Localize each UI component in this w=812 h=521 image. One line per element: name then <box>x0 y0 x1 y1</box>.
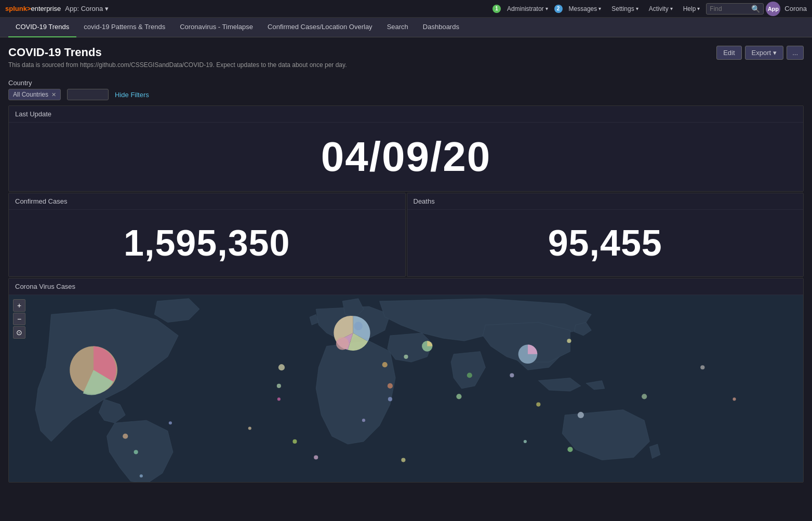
top-nav: splunk>enterprise App: Corona ▾ 1 Admini… <box>0 0 812 18</box>
panels-area: Last Update 04/09/20 Confirmed Cases 1,5… <box>8 105 804 483</box>
filter-row: All Countries ✕ Hide Filters <box>8 89 804 100</box>
last-update-header: Last Update <box>9 106 803 123</box>
settings-button[interactable]: Settings ▾ <box>607 3 642 15</box>
stats-row: Confirmed Cases 1,595,350 Deaths 95,455 <box>8 193 804 277</box>
tab-dashboards[interactable]: Dashboards <box>416 18 467 37</box>
svg-point-4 <box>336 337 349 350</box>
app-name[interactable]: App: Corona ▾ <box>65 5 109 12</box>
export-chevron-icon: ▾ <box>773 49 777 57</box>
map-zoom-in-button[interactable]: + <box>13 299 25 312</box>
svg-point-28 <box>733 397 736 400</box>
tab-confirmed-cases[interactable]: Confirmed Cases/Location Overlay <box>260 18 380 37</box>
map-controls: + − ⊙ <box>13 299 25 339</box>
help-chevron-icon: ▾ <box>697 6 700 11</box>
map-header: Corona Virus Cases <box>9 278 803 295</box>
map-panel: Corona Virus Cases + − ⊙ <box>8 278 804 483</box>
tab-search[interactable]: Search <box>380 18 416 37</box>
edit-button[interactable]: Edit <box>716 46 741 60</box>
activity-button[interactable]: Activity ▾ <box>645 3 677 15</box>
svg-point-13 <box>388 383 393 389</box>
svg-point-14 <box>388 397 392 401</box>
page-title: COVID-19 Trends <box>8 46 347 59</box>
page-subtitle: This data is sourced from https://github… <box>8 61 347 69</box>
svg-point-23 <box>140 474 143 477</box>
top-nav-right: 1 Administrator ▾ 2 Messages ▾ Settings … <box>492 2 807 16</box>
svg-point-8 <box>404 355 408 359</box>
hide-filters-link[interactable]: Hide Filters <box>115 91 149 99</box>
settings-chevron-icon: ▾ <box>636 6 638 11</box>
svg-point-16 <box>536 403 540 407</box>
page-content: COVID-19 Trends This data is sourced fro… <box>0 37 812 491</box>
activity-chevron-icon: ▾ <box>670 6 673 11</box>
messages-button[interactable]: Messages ▾ <box>565 3 606 15</box>
tab-covid19-trends[interactable]: COVID-19 Trends <box>8 18 76 37</box>
secondary-nav: COVID-19 Trends covid-19 Patterns & Tren… <box>0 18 812 37</box>
svg-point-22 <box>314 455 318 459</box>
more-button[interactable]: ... <box>787 46 804 60</box>
export-button[interactable]: Export ▾ <box>745 46 784 60</box>
admin-badge: 1 <box>492 5 501 13</box>
messages-badge: 2 <box>554 5 563 13</box>
tab-timelapse[interactable]: Coronavirus - Timelapse <box>172 18 260 37</box>
svg-point-7 <box>382 362 388 367</box>
last-update-body: 04/09/20 <box>9 123 803 191</box>
svg-point-18 <box>123 434 128 439</box>
filter-tag-label: All Countries <box>13 91 48 98</box>
deaths-panel: Deaths 95,455 <box>407 193 804 277</box>
filter-tag-close-icon[interactable]: ✕ <box>51 91 56 98</box>
find-input[interactable] <box>710 5 751 12</box>
admin-button[interactable]: Administrator ▾ <box>503 3 552 15</box>
svg-point-20 <box>277 397 281 400</box>
tab-covid19-patterns[interactable]: covid-19 Patterns & Trends <box>76 18 172 37</box>
map-container: + − ⊙ <box>9 295 803 482</box>
admin-chevron-icon: ▾ <box>545 6 548 11</box>
svg-point-31 <box>362 419 365 422</box>
svg-point-19 <box>134 450 138 454</box>
svg-point-6 <box>354 322 363 330</box>
svg-point-27 <box>642 394 647 399</box>
title-actions: Edit Export ▾ ... <box>716 46 804 60</box>
search-icon: 🔍 <box>751 5 760 13</box>
svg-point-10 <box>510 373 514 377</box>
title-row: COVID-19 Trends This data is sourced fro… <box>8 46 804 75</box>
svg-point-25 <box>567 447 573 452</box>
find-box: 🔍 <box>706 3 764 15</box>
svg-point-21 <box>292 439 297 444</box>
svg-point-24 <box>401 458 405 462</box>
map-reset-button[interactable]: ⊙ <box>13 326 25 339</box>
messages-chevron-icon: ▾ <box>598 6 601 11</box>
svg-point-29 <box>169 421 172 424</box>
deaths-header: Deaths <box>407 193 804 210</box>
svg-point-32 <box>524 440 527 443</box>
confirmed-cases-header: Confirmed Cases <box>9 193 405 210</box>
svg-point-30 <box>248 426 251 430</box>
filter-input[interactable] <box>67 89 109 100</box>
help-button[interactable]: Help ▾ <box>679 3 704 15</box>
svg-point-12 <box>277 384 281 388</box>
map-zoom-out-button[interactable]: − <box>13 313 25 325</box>
splunk-logo: splunk>enterprise <box>5 5 61 12</box>
filter-tag-all-countries: All Countries ✕ <box>8 89 61 100</box>
svg-point-17 <box>578 412 584 418</box>
confirmed-cases-panel: Confirmed Cases 1,595,350 <box>8 193 406 277</box>
svg-point-11 <box>278 364 285 370</box>
svg-point-33 <box>567 339 571 343</box>
deaths-value: 95,455 <box>407 210 804 276</box>
username-label: Corona <box>784 5 807 12</box>
svg-point-26 <box>700 365 704 369</box>
title-block: COVID-19 Trends This data is sourced fro… <box>8 46 347 75</box>
user-avatar: App <box>766 2 780 16</box>
world-map <box>9 295 803 482</box>
last-update-panel: Last Update 04/09/20 <box>8 105 804 192</box>
svg-point-15 <box>456 394 461 399</box>
confirmed-cases-value: 1,595,350 <box>9 210 405 276</box>
country-label: Country <box>8 79 804 87</box>
last-update-value: 04/09/20 <box>19 133 793 181</box>
svg-point-9 <box>467 372 472 378</box>
